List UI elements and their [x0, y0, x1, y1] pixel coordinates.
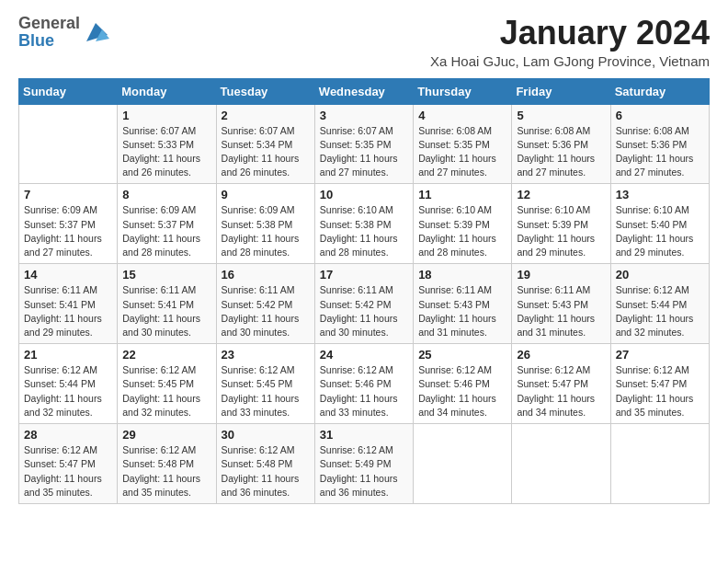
day-number: 14: [24, 268, 112, 282]
calendar-cell: 16Sunrise: 6:11 AM Sunset: 5:42 PM Dayli…: [216, 264, 314, 344]
day-number: 31: [320, 428, 408, 442]
day-number: 29: [122, 428, 210, 442]
day-info: Sunrise: 6:11 AM Sunset: 5:43 PM Dayligh…: [517, 283, 605, 339]
day-number: 5: [517, 109, 605, 122]
day-number: 15: [122, 268, 210, 282]
day-number: 8: [122, 188, 210, 201]
day-info: Sunrise: 6:09 AM Sunset: 5:37 PM Dayligh…: [122, 203, 210, 259]
calendar-cell: 7Sunrise: 6:09 AM Sunset: 5:37 PM Daylig…: [19, 184, 118, 264]
calendar-cell: 18Sunrise: 6:11 AM Sunset: 5:43 PM Dayli…: [414, 264, 512, 344]
day-info: Sunrise: 6:08 AM Sunset: 5:35 PM Dayligh…: [418, 124, 506, 180]
day-number: 9: [222, 188, 310, 201]
title-section: January 2024 Xa Hoai GJuc, Lam GJong Pro…: [430, 15, 710, 69]
calendar-cell: 22Sunrise: 6:12 AM Sunset: 5:45 PM Dayli…: [118, 344, 216, 424]
day-info: Sunrise: 6:07 AM Sunset: 5:33 PM Dayligh…: [122, 124, 210, 180]
calendar-cell: [414, 424, 512, 504]
day-number: 12: [517, 188, 605, 201]
day-number: 18: [418, 268, 506, 282]
weekday-header-monday: Monday: [118, 78, 216, 104]
day-number: 2: [222, 109, 310, 122]
day-number: 23: [222, 348, 310, 362]
calendar-week-1: 1Sunrise: 6:07 AM Sunset: 5:33 PM Daylig…: [19, 104, 710, 184]
day-number: 22: [122, 348, 210, 362]
calendar-cell: 3Sunrise: 6:07 AM Sunset: 5:35 PM Daylig…: [314, 104, 413, 184]
day-info: Sunrise: 6:12 AM Sunset: 5:46 PM Dayligh…: [320, 363, 408, 419]
day-number: 21: [24, 348, 112, 362]
day-info: Sunrise: 6:12 AM Sunset: 5:47 PM Dayligh…: [616, 363, 704, 419]
calendar-cell: 27Sunrise: 6:12 AM Sunset: 5:47 PM Dayli…: [610, 344, 709, 424]
calendar-cell: 30Sunrise: 6:12 AM Sunset: 5:48 PM Dayli…: [216, 424, 314, 504]
day-number: 1: [122, 109, 210, 122]
day-number: 4: [418, 109, 506, 122]
calendar-cell: [19, 104, 118, 184]
calendar-cell: 2Sunrise: 6:07 AM Sunset: 5:34 PM Daylig…: [216, 104, 314, 184]
calendar-table: SundayMondayTuesdayWednesdayThursdayFrid…: [18, 78, 710, 504]
calendar-week-3: 14Sunrise: 6:11 AM Sunset: 5:41 PM Dayli…: [19, 264, 710, 344]
logo: General Blue: [18, 15, 109, 50]
calendar-cell: 11Sunrise: 6:10 AM Sunset: 5:39 PM Dayli…: [414, 184, 512, 264]
calendar-cell: 26Sunrise: 6:12 AM Sunset: 5:47 PM Dayli…: [512, 344, 610, 424]
day-info: Sunrise: 6:12 AM Sunset: 5:47 PM Dayligh…: [517, 363, 605, 419]
day-info: Sunrise: 6:12 AM Sunset: 5:47 PM Dayligh…: [24, 443, 112, 500]
day-number: 24: [320, 348, 408, 362]
calendar-cell: 8Sunrise: 6:09 AM Sunset: 5:37 PM Daylig…: [118, 184, 216, 264]
day-info: Sunrise: 6:08 AM Sunset: 5:36 PM Dayligh…: [616, 124, 704, 180]
day-number: 11: [418, 188, 506, 201]
weekday-header-saturday: Saturday: [610, 78, 709, 104]
logo-general: General: [18, 14, 80, 32]
day-number: 26: [517, 348, 605, 362]
calendar-cell: 29Sunrise: 6:12 AM Sunset: 5:48 PM Dayli…: [118, 424, 216, 504]
calendar-cell: 31Sunrise: 6:12 AM Sunset: 5:49 PM Dayli…: [314, 424, 413, 504]
calendar-cell: [512, 424, 610, 504]
calendar-cell: 20Sunrise: 6:12 AM Sunset: 5:44 PM Dayli…: [610, 264, 709, 344]
calendar-body: 1Sunrise: 6:07 AM Sunset: 5:33 PM Daylig…: [19, 104, 710, 503]
day-info: Sunrise: 6:11 AM Sunset: 5:41 PM Dayligh…: [24, 283, 112, 339]
day-number: 7: [24, 188, 112, 201]
day-info: Sunrise: 6:12 AM Sunset: 5:48 PM Dayligh…: [122, 443, 210, 500]
logo-icon: [82, 18, 109, 46]
day-info: Sunrise: 6:09 AM Sunset: 5:38 PM Dayligh…: [222, 203, 310, 259]
day-info: Sunrise: 6:12 AM Sunset: 5:44 PM Dayligh…: [24, 363, 112, 419]
day-number: 3: [320, 109, 408, 122]
weekday-header-wednesday: Wednesday: [314, 78, 413, 104]
calendar-cell: 9Sunrise: 6:09 AM Sunset: 5:38 PM Daylig…: [216, 184, 314, 264]
calendar-cell: 14Sunrise: 6:11 AM Sunset: 5:41 PM Dayli…: [19, 264, 118, 344]
calendar-cell: [610, 424, 709, 504]
day-info: Sunrise: 6:10 AM Sunset: 5:39 PM Dayligh…: [517, 203, 605, 259]
calendar-cell: 23Sunrise: 6:12 AM Sunset: 5:45 PM Dayli…: [216, 344, 314, 424]
day-info: Sunrise: 6:08 AM Sunset: 5:36 PM Dayligh…: [517, 124, 605, 180]
day-number: 6: [616, 109, 704, 122]
calendar-cell: 25Sunrise: 6:12 AM Sunset: 5:46 PM Dayli…: [414, 344, 512, 424]
subtitle: Xa Hoai GJuc, Lam GJong Province, Vietna…: [430, 53, 710, 69]
calendar-cell: 21Sunrise: 6:12 AM Sunset: 5:44 PM Dayli…: [19, 344, 118, 424]
day-number: 16: [222, 268, 310, 282]
calendar-cell: 12Sunrise: 6:10 AM Sunset: 5:39 PM Dayli…: [512, 184, 610, 264]
day-info: Sunrise: 6:10 AM Sunset: 5:40 PM Dayligh…: [616, 203, 704, 259]
day-info: Sunrise: 6:10 AM Sunset: 5:39 PM Dayligh…: [418, 203, 506, 259]
day-info: Sunrise: 6:12 AM Sunset: 5:45 PM Dayligh…: [122, 363, 210, 419]
calendar-cell: 19Sunrise: 6:11 AM Sunset: 5:43 PM Dayli…: [512, 264, 610, 344]
calendar-cell: 1Sunrise: 6:07 AM Sunset: 5:33 PM Daylig…: [118, 104, 216, 184]
day-info: Sunrise: 6:12 AM Sunset: 5:46 PM Dayligh…: [418, 363, 506, 419]
day-info: Sunrise: 6:12 AM Sunset: 5:44 PM Dayligh…: [616, 283, 704, 339]
calendar-week-4: 21Sunrise: 6:12 AM Sunset: 5:44 PM Dayli…: [19, 344, 710, 424]
weekday-header-thursday: Thursday: [414, 78, 512, 104]
calendar-cell: 5Sunrise: 6:08 AM Sunset: 5:36 PM Daylig…: [512, 104, 610, 184]
day-number: 27: [616, 348, 704, 362]
day-number: 17: [320, 268, 408, 282]
calendar-week-5: 28Sunrise: 6:12 AM Sunset: 5:47 PM Dayli…: [19, 424, 710, 504]
day-info: Sunrise: 6:11 AM Sunset: 5:41 PM Dayligh…: [122, 283, 210, 339]
weekday-header-tuesday: Tuesday: [216, 78, 314, 104]
calendar-cell: 10Sunrise: 6:10 AM Sunset: 5:38 PM Dayli…: [314, 184, 413, 264]
day-number: 28: [24, 428, 112, 442]
day-info: Sunrise: 6:10 AM Sunset: 5:38 PM Dayligh…: [320, 203, 408, 259]
day-info: Sunrise: 6:12 AM Sunset: 5:48 PM Dayligh…: [222, 443, 310, 500]
day-number: 19: [517, 268, 605, 282]
day-info: Sunrise: 6:07 AM Sunset: 5:34 PM Dayligh…: [222, 124, 310, 180]
calendar-cell: 6Sunrise: 6:08 AM Sunset: 5:36 PM Daylig…: [610, 104, 709, 184]
day-number: 10: [320, 188, 408, 201]
day-info: Sunrise: 6:07 AM Sunset: 5:35 PM Dayligh…: [320, 124, 408, 180]
day-info: Sunrise: 6:12 AM Sunset: 5:49 PM Dayligh…: [320, 443, 408, 500]
day-info: Sunrise: 6:11 AM Sunset: 5:42 PM Dayligh…: [320, 283, 408, 339]
day-number: 20: [616, 268, 704, 282]
